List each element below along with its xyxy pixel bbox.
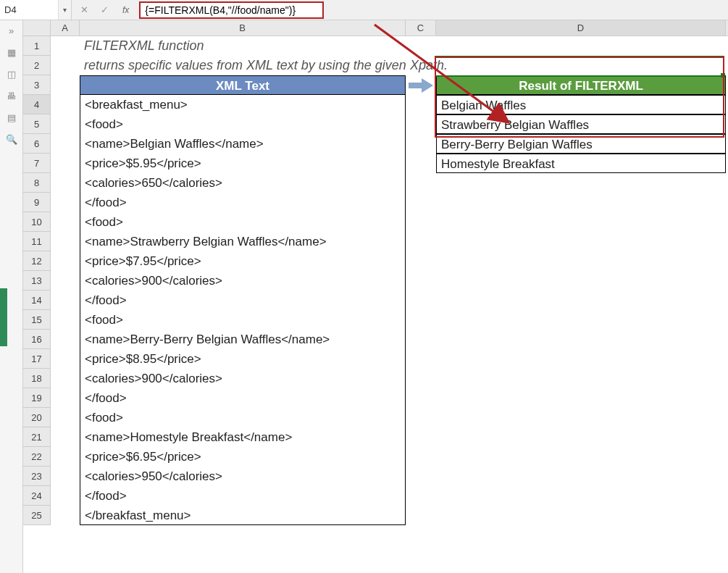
print-icon[interactable]: 🖶 bbox=[5, 90, 18, 101]
cell-C4[interactable] bbox=[406, 95, 436, 114]
cell-A8[interactable] bbox=[51, 173, 80, 193]
cell-A19[interactable] bbox=[51, 388, 80, 408]
row-header-1[interactable]: 1 bbox=[23, 36, 51, 56]
cell-B25[interactable]: </breakfast_menu> bbox=[80, 506, 406, 525]
cell-A20[interactable] bbox=[51, 408, 80, 427]
cell-B10[interactable]: <food> bbox=[80, 212, 406, 232]
cell-B20[interactable]: <food> bbox=[80, 408, 406, 427]
cell-A9[interactable] bbox=[51, 193, 80, 212]
cell-B13[interactable]: <calories>900</calories> bbox=[80, 271, 406, 290]
cell-D4[interactable]: Belgian Waffles bbox=[436, 95, 726, 114]
cell-A6[interactable] bbox=[51, 134, 80, 154]
cell-B18[interactable]: <calories>900</calories> bbox=[80, 369, 406, 388]
row-header-17[interactable]: 17 bbox=[23, 349, 51, 369]
cell-B1[interactable]: FILTERXML function bbox=[80, 36, 406, 56]
row-header-6[interactable]: 6 bbox=[23, 134, 51, 154]
cell-D5[interactable]: Strawberry Belgian Waffles bbox=[436, 114, 726, 134]
cell-D18[interactable] bbox=[436, 369, 726, 388]
accept-formula-icon[interactable]: ✓ bbox=[98, 4, 111, 15]
cell-C16[interactable] bbox=[406, 330, 436, 349]
cell-A14[interactable] bbox=[51, 290, 80, 310]
row-header-25[interactable]: 25 bbox=[23, 506, 51, 525]
cell-D10[interactable] bbox=[436, 212, 726, 232]
cell-D20[interactable] bbox=[436, 408, 726, 427]
row-header-16[interactable]: 16 bbox=[23, 330, 51, 349]
cell-D17[interactable] bbox=[436, 349, 726, 369]
cell-C15[interactable] bbox=[406, 310, 436, 330]
cell-A13[interactable] bbox=[51, 271, 80, 290]
cell-C5[interactable] bbox=[406, 114, 436, 134]
cell-B22[interactable]: <price>$6.95</price> bbox=[80, 447, 406, 467]
cell-D13[interactable] bbox=[436, 271, 726, 290]
cell-C17[interactable] bbox=[406, 349, 436, 369]
cell-B6[interactable]: <name>Belgian Waffles</name> bbox=[80, 134, 406, 154]
cell-D16[interactable] bbox=[436, 330, 726, 349]
cell-C24[interactable] bbox=[406, 486, 436, 506]
row-header-11[interactable]: 11 bbox=[23, 232, 51, 251]
cell-C23[interactable] bbox=[406, 467, 436, 486]
row-header-3[interactable]: 3 bbox=[23, 75, 51, 95]
cell-A21[interactable] bbox=[51, 427, 80, 447]
cell-A22[interactable] bbox=[51, 447, 80, 467]
row-header-14[interactable]: 14 bbox=[23, 290, 51, 310]
row-header-21[interactable]: 21 bbox=[23, 427, 51, 447]
cell-B14[interactable]: </food> bbox=[80, 290, 406, 310]
col-header-A[interactable]: A bbox=[51, 20, 80, 35]
cell-C20[interactable] bbox=[406, 408, 436, 427]
cell-D8[interactable] bbox=[436, 173, 726, 193]
cell-A23[interactable] bbox=[51, 467, 80, 486]
cell-B24[interactable]: </food> bbox=[80, 486, 406, 506]
cell-B19[interactable]: </food> bbox=[80, 388, 406, 408]
col-header-B[interactable]: B bbox=[80, 20, 406, 35]
find-icon[interactable]: 🔍 bbox=[5, 133, 18, 145]
cell-A10[interactable] bbox=[51, 212, 80, 232]
grid-icon[interactable]: ▤ bbox=[5, 112, 18, 123]
cell-C8[interactable] bbox=[406, 173, 436, 193]
cell-A18[interactable] bbox=[51, 369, 80, 388]
row-header-4[interactable]: 4 bbox=[23, 95, 51, 114]
cell-B23[interactable]: <calories>950</calories> bbox=[80, 467, 406, 486]
row-header-22[interactable]: 22 bbox=[23, 447, 51, 467]
cell-C25[interactable] bbox=[406, 506, 436, 525]
row-header-19[interactable]: 19 bbox=[23, 388, 51, 408]
cancel-formula-icon[interactable]: ✕ bbox=[78, 4, 91, 15]
col-header-D[interactable]: D bbox=[436, 20, 726, 35]
cell-C21[interactable] bbox=[406, 427, 436, 447]
cell-D7[interactable]: Homestyle Breakfast bbox=[436, 154, 726, 173]
cell-C7[interactable] bbox=[406, 154, 436, 173]
table-icon[interactable]: ▦ bbox=[5, 46, 18, 58]
cell-C12[interactable] bbox=[406, 251, 436, 271]
cell-A16[interactable] bbox=[51, 330, 80, 349]
cell-D9[interactable] bbox=[436, 193, 726, 212]
cell-D6[interactable]: Berry-Berry Belgian Waffles bbox=[436, 134, 726, 154]
cell-C6[interactable] bbox=[406, 134, 436, 154]
cell-B5[interactable]: <food> bbox=[80, 114, 406, 134]
cell-D23[interactable] bbox=[436, 467, 726, 486]
row-header-2[interactable]: 2 bbox=[23, 56, 51, 75]
select-all-corner[interactable] bbox=[23, 20, 51, 35]
cell-B11[interactable]: <name>Strawberry Belgian Waffles</name> bbox=[80, 232, 406, 251]
cell-C9[interactable] bbox=[406, 193, 436, 212]
cell-C19[interactable] bbox=[406, 388, 436, 408]
cell-D11[interactable] bbox=[436, 232, 726, 251]
cell-D22[interactable] bbox=[436, 447, 726, 467]
cell-C11[interactable] bbox=[406, 232, 436, 251]
cell-A25[interactable] bbox=[51, 506, 80, 525]
cell-D14[interactable] bbox=[436, 290, 726, 310]
cell-C22[interactable] bbox=[406, 447, 436, 467]
cell-A4[interactable] bbox=[51, 95, 80, 114]
name-box-dropdown-icon[interactable]: ▾ bbox=[58, 0, 71, 20]
row-header-15[interactable]: 15 bbox=[23, 310, 51, 330]
cell-D15[interactable] bbox=[436, 310, 726, 330]
cell-C18[interactable] bbox=[406, 369, 436, 388]
cell-A15[interactable] bbox=[51, 310, 80, 330]
row-header-20[interactable]: 20 bbox=[23, 408, 51, 427]
expand-icon[interactable]: » bbox=[5, 25, 18, 36]
cell-B3-header[interactable]: XML Text bbox=[80, 75, 406, 95]
cell-A11[interactable] bbox=[51, 232, 80, 251]
name-box[interactable] bbox=[0, 0, 58, 20]
cell-B15[interactable]: <food> bbox=[80, 310, 406, 330]
cell-B4[interactable]: <breakfast_menu> bbox=[80, 95, 406, 114]
cell-C1[interactable] bbox=[406, 36, 436, 56]
cell-D3-header[interactable]: Result of FILTERXML bbox=[436, 75, 726, 95]
